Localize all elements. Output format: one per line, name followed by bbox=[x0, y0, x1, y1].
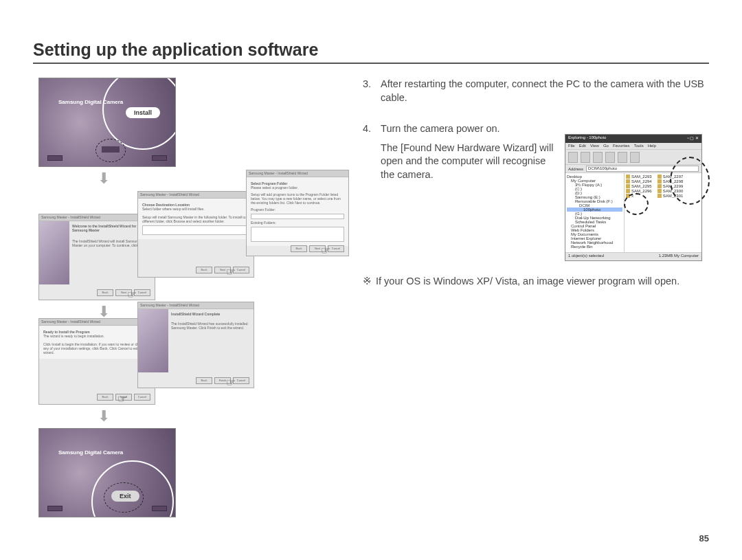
installer-panel-install: Samsung Digital Camera Install bbox=[38, 78, 176, 167]
back-button[interactable]: Back bbox=[196, 267, 212, 273]
down-arrow-icon: ⬇ bbox=[98, 409, 110, 424]
cursor-hand-icon bbox=[127, 288, 139, 300]
fb-statusbar: 1 object(s) selected 1.23MB My Computer bbox=[565, 252, 701, 260]
note-text: If your OS is Windows XP/ Vista, an imag… bbox=[376, 275, 679, 289]
menu-item[interactable]: Go bbox=[603, 144, 609, 148]
file-browser-window: Exploring - 100photo ▫ ▢ ✕ FileEditViewG… bbox=[565, 134, 702, 261]
menu-item[interactable]: View bbox=[590, 144, 599, 148]
file-icon bbox=[657, 184, 662, 188]
note-symbol: ※ bbox=[363, 275, 372, 289]
toolbar-back-icon[interactable] bbox=[568, 152, 578, 163]
toolbar-paste-icon[interactable] bbox=[618, 152, 627, 163]
file-item[interactable]: SAM_2293 bbox=[626, 175, 652, 179]
fb-titlebar: Exploring - 100photo ▫ ▢ ✕ bbox=[565, 135, 701, 143]
menu-item[interactable]: Help bbox=[648, 144, 656, 148]
wizard-program-folder: Samsung Master - InstallShield Wizard Se… bbox=[246, 170, 349, 256]
step-number: 3. bbox=[363, 78, 371, 104]
file-icon bbox=[657, 194, 662, 198]
step-4: 4. Turn the camera power on. The [Found … bbox=[363, 122, 555, 181]
menu-item[interactable]: File bbox=[568, 144, 575, 148]
file-icon bbox=[626, 189, 630, 193]
install-button[interactable]: Install bbox=[126, 107, 160, 118]
title-bar: Setting up the application software bbox=[33, 40, 709, 64]
back-button[interactable]: Back bbox=[97, 394, 113, 401]
step-text: The [Found New Hardware Wizard] will ope… bbox=[381, 142, 555, 182]
file-icon bbox=[626, 184, 630, 188]
fb-menubar[interactable]: FileEditViewGoFavoritesToolsHelp bbox=[565, 143, 701, 150]
back-button[interactable]: Back bbox=[291, 245, 307, 252]
callout-ring bbox=[670, 157, 710, 205]
down-arrow-icon: ⬇ bbox=[98, 171, 110, 186]
file-item[interactable]: SAM_2296 bbox=[626, 189, 652, 193]
down-arrow-icon: ⬇ bbox=[98, 304, 110, 320]
file-item[interactable]: SAM_2295 bbox=[626, 184, 652, 188]
page-title: Setting up the application software bbox=[33, 40, 709, 60]
toolbar-up-icon[interactable] bbox=[581, 152, 590, 163]
toolbar-cut-icon[interactable] bbox=[593, 152, 603, 163]
menu-item[interactable]: Tools bbox=[634, 144, 644, 148]
cursor-hand-icon bbox=[226, 265, 238, 278]
step-3: 3. After restarting the computer, connec… bbox=[363, 78, 709, 104]
left-screenshots: Samsung Digital Camera Install ⬇ Samsung… bbox=[33, 78, 344, 289]
toolbar-copy-icon[interactable] bbox=[605, 152, 615, 163]
file-icon bbox=[657, 175, 662, 179]
brand-text: Samsung Digital Camera bbox=[58, 449, 123, 456]
tree-item[interactable]: Recycle Bin bbox=[567, 245, 622, 249]
toolbar-undo-icon[interactable] bbox=[630, 152, 640, 163]
back-button[interactable]: Back bbox=[97, 289, 113, 296]
file-icon bbox=[657, 189, 662, 193]
menu-item[interactable]: Favorites bbox=[613, 144, 630, 148]
step-text: Turn the camera power on. bbox=[381, 122, 555, 136]
installer-panel-exit: Samsung Digital Camera Exit bbox=[38, 428, 176, 517]
cancel-button[interactable]: Cancel bbox=[134, 394, 150, 401]
note: ※ If your OS is Windows XP/ Vista, an im… bbox=[363, 275, 709, 289]
page-number: 85 bbox=[699, 533, 709, 544]
cursor-hand-icon bbox=[226, 376, 238, 388]
callout-ring bbox=[624, 193, 649, 215]
step-text: After restarting the computer, connect t… bbox=[381, 78, 709, 104]
file-item[interactable]: SAM_2294 bbox=[626, 179, 652, 183]
file-icon bbox=[657, 179, 662, 183]
file-icon bbox=[626, 175, 630, 179]
menu-item[interactable]: Edit bbox=[579, 144, 586, 148]
cursor-hand-icon bbox=[321, 244, 333, 256]
fb-folder-tree[interactable]: DesktopMy Computer3½ Floppy (A:)(C:)(D:)… bbox=[565, 173, 625, 252]
file-label: SAM_2293 bbox=[631, 175, 652, 179]
file-label: SAM_2295 bbox=[631, 184, 652, 188]
step-number: 4. bbox=[363, 122, 371, 181]
file-label: SAM_2294 bbox=[631, 179, 652, 183]
file-icon bbox=[626, 179, 630, 183]
cursor-hand-icon bbox=[117, 392, 130, 405]
back-button[interactable]: Back bbox=[196, 377, 212, 384]
window-controls[interactable]: ▫ ▢ ✕ bbox=[688, 135, 699, 142]
